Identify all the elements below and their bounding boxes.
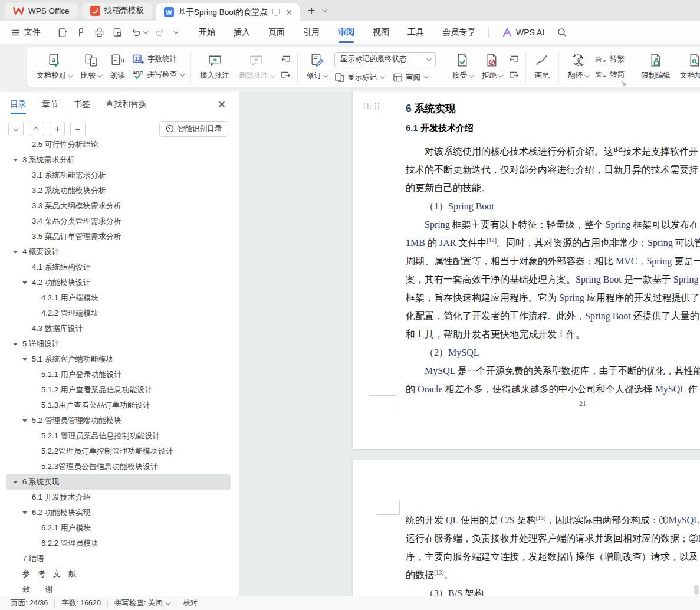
zoom-out-toc-button[interactable]: − xyxy=(70,122,86,136)
toc-item[interactable]: 3.1 系统功能需求分析 xyxy=(6,168,231,183)
encrypt-document-button[interactable]: 文档加密 xyxy=(675,48,700,86)
toc-item[interactable]: 3.3 菜品大纲模块需求分析 xyxy=(6,198,231,214)
document-page-22[interactable]: 统的开发 QL 使用的是 C/S 架构[15]，因此实际由两部分构成：①MySQ… xyxy=(353,460,700,596)
document-text-line[interactable]: 运行在服务端，负责接收并处理客户端的请求并返回相对应的数据；②M xyxy=(406,529,700,547)
toc-item[interactable]: 3.5 菜品订单管理需求分析 xyxy=(6,229,231,244)
toc-item[interactable]: 5.2.3管理员公告信息功能模块设计 xyxy=(6,459,231,474)
to-traditional-button[interactable]: 简 转繁 xyxy=(596,54,625,64)
toc-item[interactable]: 5.2.1 管理员菜品信息控制功能设计 xyxy=(6,428,231,444)
document-text-line[interactable]: 的数据[13]。 xyxy=(406,566,700,584)
document-text-line[interactable]: MySQL 是一个开源免费的关系型数据库，由于不断的优化，其性能 xyxy=(406,362,700,380)
document-text-line[interactable]: 化配置，简化了开发者的工作流程。此外，Spring Boot 还提供了大量的 xyxy=(406,307,700,325)
export-pdf-icon[interactable] xyxy=(76,28,86,38)
toc-collapse-caret-icon[interactable] xyxy=(22,419,27,422)
toc-item[interactable]: 5.1.3用户查看菜品订单功能设计 xyxy=(6,398,231,413)
menu-tab-review[interactable]: 审阅 xyxy=(337,24,356,41)
menu-tab-member[interactable]: 会员专享 xyxy=(441,24,476,41)
heading-drag-handle[interactable]: H₁ xyxy=(363,101,380,110)
document-text-line[interactable]: 6.1 开发技术介绍 xyxy=(406,120,700,136)
group-expand-icon[interactable] xyxy=(621,81,626,86)
toc-item[interactable]: 5.1.2 用户查看菜品信息功能设计 xyxy=(6,382,231,398)
toc-item[interactable]: 6.2.1 用户模块 xyxy=(6,520,231,536)
toc-item[interactable]: 5.2.2管理员订单控制管理功能模块设计 xyxy=(6,444,231,459)
restrict-editing-button[interactable]: 限制编辑 xyxy=(636,48,675,86)
document-text-line[interactable]: （1）Spring Boot xyxy=(406,197,700,215)
toc-item[interactable]: 6.2.2 管理员模块 xyxy=(6,536,231,551)
expand-all-button[interactable] xyxy=(29,122,44,136)
menu-tab-page[interactable]: 页面 xyxy=(267,24,286,41)
delete-comment-button[interactable]: 删除批注 xyxy=(234,48,278,86)
collapse-all-button[interactable] xyxy=(8,122,24,136)
toc-collapse-caret-icon[interactable] xyxy=(22,358,27,361)
sidebar-tab-chapters[interactable]: 章节 xyxy=(41,94,59,114)
menu-tab-insert[interactable]: 插入 xyxy=(232,24,251,41)
toc-collapse-caret-icon[interactable] xyxy=(13,251,18,254)
file-menu-button[interactable]: 文件 xyxy=(8,25,44,40)
translate-button[interactable]: 文A 翻译 xyxy=(563,48,593,86)
status-proofread-button[interactable]: 校对 xyxy=(183,598,198,608)
document-text-line[interactable]: 的 Oracle 相差不多，使得越来越多的中小公司和个人都选择 MySQL 作 xyxy=(406,380,700,398)
monitor-icon[interactable] xyxy=(272,8,280,16)
track-changes-button[interactable]: 修订 xyxy=(302,48,331,86)
review-pane-button[interactable]: 审阅 xyxy=(393,73,427,83)
toc-item[interactable]: 3.4 菜品分类管理需求分析 xyxy=(6,214,231,229)
toc-collapse-caret-icon[interactable] xyxy=(22,281,27,284)
close-sidebar-icon[interactable]: ✕ xyxy=(214,97,229,112)
print-preview-icon[interactable] xyxy=(113,28,123,38)
toc-item[interactable]: 4.1 系统结构设计 xyxy=(6,260,231,275)
search-icon[interactable] xyxy=(557,28,567,37)
toc-item[interactable]: 5.2 管理员管理端功能模块 xyxy=(6,413,231,428)
document-text-line[interactable]: 框架，旨在快速构建应用程序。它为 Spring 应用程序的开发过程提供了 xyxy=(406,288,700,307)
redo-button[interactable] xyxy=(155,28,165,37)
document-text-line[interactable]: Spring 框架主要有以下特征：轻量级，整个 Spring 框架可以发布在 xyxy=(406,215,700,234)
zoom-in-toc-button[interactable]: ＋ xyxy=(50,122,65,136)
tab-list-chevron-icon[interactable] xyxy=(322,7,327,12)
sidebar-tab-contents[interactable]: 目录 xyxy=(9,94,27,114)
document-text-line[interactable]: 6 系统实现 xyxy=(406,100,700,117)
status-page-indicator[interactable]: 页面: 24/36 xyxy=(11,598,48,608)
sidebar-tab-bookmarks[interactable]: 书签 xyxy=(73,94,91,114)
document-text-line[interactable]: 的更新自己的技能。 xyxy=(406,179,700,197)
insert-comment-button[interactable]: 插入批注 xyxy=(195,48,234,86)
toc-item[interactable]: 4 概要设计 xyxy=(6,244,231,260)
new-tab-button[interactable]: + xyxy=(303,4,320,18)
toc-item[interactable]: 3 系统需求分析 xyxy=(6,152,231,168)
wps-ai-button[interactable]: WPS AI xyxy=(502,28,544,37)
document-text-line[interactable]: 技术的不断更新迭代，仅对部分内容进行介绍，日新月异的技术需要持 xyxy=(406,160,700,179)
quickbar-options-chevron-icon[interactable] xyxy=(173,29,178,34)
toc-item[interactable]: 5 详细设计 xyxy=(6,336,231,352)
toc-collapse-caret-icon[interactable] xyxy=(13,343,18,346)
spell-check-button[interactable]: ABC 拼写检查 xyxy=(133,70,183,80)
toc-item[interactable]: 5.1.1 用户登录功能设计 xyxy=(6,367,231,382)
menu-tab-reference[interactable]: 引用 xyxy=(302,24,321,41)
markup-state-select[interactable]: 显示标记的最终状态 xyxy=(334,52,436,67)
document-text-line[interactable]: （3）B/S 架构 xyxy=(406,584,700,596)
toc-collapse-caret-icon[interactable] xyxy=(22,511,27,514)
toc-collapse-caret-icon[interactable] xyxy=(13,159,18,162)
toc-item[interactable]: 7 结语 xyxy=(6,551,231,566)
toc-item[interactable]: 2.5 可行性分析结论 xyxy=(6,137,231,152)
read-aloud-button[interactable]: 朗读 xyxy=(106,48,130,86)
word-count-button[interactable]: 12 字数统计 xyxy=(133,54,183,64)
toc-item[interactable]: 4.2 功能模块设计 xyxy=(6,275,231,290)
show-markup-button[interactable]: 显示标记 xyxy=(334,73,383,83)
undo-button[interactable] xyxy=(131,28,147,37)
toc-item[interactable]: 6 系统实现 xyxy=(6,474,231,490)
menu-tab-home[interactable]: 开始 xyxy=(198,24,216,41)
document-text-line[interactable]: 和工具，帮助开发者更快地完成开发工作。 xyxy=(406,325,700,343)
smart-toc-button[interactable]: 智能识别目录 xyxy=(159,121,228,137)
menu-tab-tools[interactable]: 工具 xyxy=(406,24,425,41)
document-text-line[interactable]: 统的开发 QL 使用的是 C/S 架构[15]，因此实际由两部分构成：①MySQ… xyxy=(406,511,700,529)
ink-pen-button[interactable]: 画笔 xyxy=(530,48,554,86)
toc-item[interactable]: 3.2 系统功能模块分析 xyxy=(6,183,231,198)
document-page-21[interactable]: H₁ 6 系统实现6.1 开发技术介绍对该系统使用的核心技术栈进行分析介绍。这些… xyxy=(353,92,700,449)
previous-revision-icon[interactable] xyxy=(509,55,519,64)
toc-item[interactable]: 4.2.1 用户端模块 xyxy=(6,290,231,306)
close-tab-icon[interactable]: ✕ xyxy=(284,8,294,17)
compare-button[interactable]: 比较 xyxy=(76,48,106,86)
tab-document-active[interactable]: W 基于Spring Boot的食堂点菜管 ✕ xyxy=(156,3,300,21)
status-word-count[interactable]: 字数: 16620 xyxy=(61,598,101,608)
document-canvas[interactable]: H₁ 6 系统实现6.1 开发技术介绍对该系统使用的核心技术栈进行分析介绍。这些… xyxy=(239,92,700,596)
toc-item[interactable]: 致 谢 xyxy=(6,582,231,596)
document-text-line[interactable]: 周期、属性配置等，相当于对象的外部容器；相比 MVC，Spring 更是一 xyxy=(406,252,700,270)
